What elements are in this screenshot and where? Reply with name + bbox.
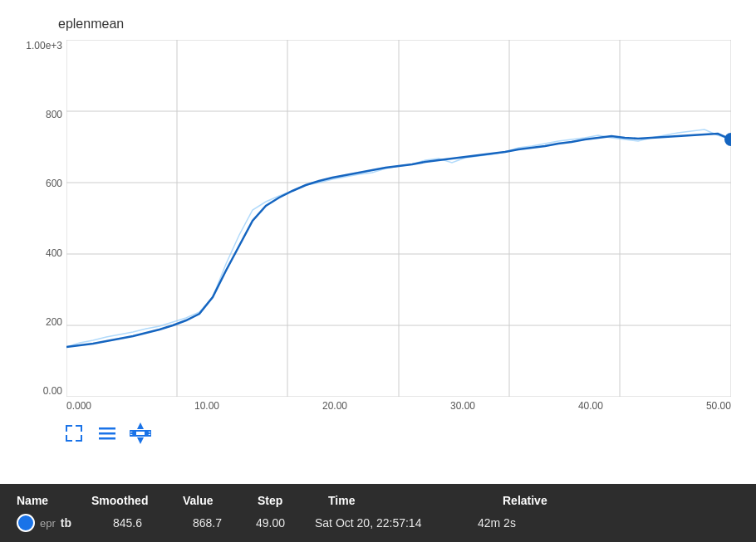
svg-marker-28: [137, 437, 144, 444]
x-label-4: 40.00: [578, 400, 603, 412]
x-label-5: 50.00: [706, 400, 731, 412]
row-time: Sat Oct 20, 22:57:14: [315, 516, 464, 530]
header-relative: Relative: [503, 494, 552, 507]
svg-rect-23: [99, 427, 115, 430]
y-label-4: 800: [21, 109, 62, 120]
x-label-3: 30.00: [450, 400, 475, 412]
row-name: tb: [61, 516, 71, 530]
svg-rect-18: [81, 425, 82, 432]
svg-rect-25: [99, 437, 115, 440]
header-time: Time: [328, 494, 478, 507]
x-label-2: 20.00: [322, 400, 347, 412]
menu-button[interactable]: [96, 422, 119, 445]
header-value: Value: [183, 494, 233, 507]
svg-rect-20: [66, 435, 67, 442]
fullscreen-button[interactable]: [62, 422, 86, 445]
svg-rect-22: [81, 435, 82, 442]
svg-rect-16: [66, 425, 67, 432]
y-label-0: 0.00: [21, 385, 62, 397]
header-step: Step: [258, 494, 303, 507]
row-smoothed: 845.6: [113, 516, 179, 530]
svg-marker-27: [137, 422, 144, 429]
legend-dot: [17, 514, 35, 532]
info-panel: Name Smoothed Value Step Time Relative e…: [0, 484, 756, 542]
x-label-1: 10.00: [194, 400, 219, 412]
chart-area: 1.00e+3 800 600 400 200 0.00: [66, 40, 731, 397]
x-axis: 0.000 10.00 20.00 30.00 40.00 50.00: [66, 400, 731, 412]
header-name: Name: [17, 494, 66, 507]
row-value: 868.7: [193, 516, 243, 530]
chart-container: eplenmean 1.00e+3 800 600 400 200 0.00: [0, 0, 756, 457]
toolbar: [62, 418, 748, 448]
row-relative: 42m 2s: [478, 516, 528, 530]
info-header: Name Smoothed Value Step Time Relative: [17, 494, 739, 507]
chart-svg: [66, 40, 731, 397]
y-label-3: 600: [21, 178, 62, 189]
y-label-5: 1.00e+3: [21, 40, 62, 51]
header-smoothed: Smoothed: [91, 494, 158, 507]
svg-point-14: [725, 134, 731, 145]
x-label-0: 0.000: [66, 400, 91, 412]
y-label-2: 400: [21, 247, 62, 259]
info-data-row: epr tb 845.6 868.7 49.00 Sat Oct 20, 22:…: [17, 514, 739, 532]
chart-title: eplenmean: [58, 17, 748, 32]
y-label-1: 200: [21, 316, 62, 328]
y-axis: 1.00e+3 800 600 400 200 0.00: [21, 40, 62, 397]
pan-button[interactable]: [129, 422, 152, 445]
svg-rect-24: [99, 432, 115, 435]
row-prefix: epr: [40, 517, 56, 530]
row-step: 49.00: [256, 516, 302, 530]
